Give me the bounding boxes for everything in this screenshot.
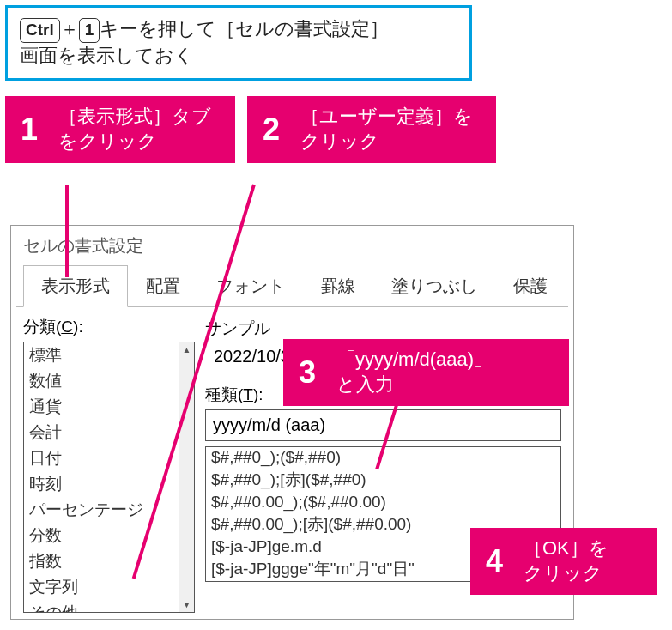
callout-3-text: 「yyyy/m/d(aaa)」 と入力	[331, 339, 506, 406]
kbd-one: 1	[79, 18, 100, 43]
tab-border[interactable]: 罫線	[303, 265, 373, 307]
category-item[interactable]: 指数	[24, 548, 194, 574]
tab-fill[interactable]: 塗りつぶし	[373, 265, 495, 307]
callout-1-number: 1	[5, 96, 53, 163]
category-item[interactable]: 会計	[24, 420, 194, 445]
callout-4-text: ［OK］を クリック	[518, 528, 622, 595]
category-item[interactable]: パーセンテージ	[24, 497, 194, 523]
scroll-down-icon[interactable]: ▼	[179, 597, 194, 612]
format-item[interactable]: $#,##0.00_);($#,##0.00)	[206, 492, 560, 512]
dialog-title: セルの書式設定	[11, 226, 573, 264]
sample-label: サンプル	[205, 318, 561, 340]
callout-2: 2 ［ユーザー定義］を クリック	[247, 96, 496, 163]
callout-4-number: 4	[470, 528, 518, 595]
category-item[interactable]: 文字列	[24, 574, 194, 600]
category-label: 分類(C):	[23, 316, 195, 338]
tab-alignment[interactable]: 配置	[128, 265, 198, 307]
category-item[interactable]: その他	[24, 600, 194, 613]
callout-1-text: ［表示形式］タブ をクリック	[53, 96, 225, 163]
category-listbox[interactable]: 標準数値通貨会計日付時刻パーセンテージ分数指数文字列その他ユーザー定義 ▲ ▼	[23, 342, 195, 613]
category-item[interactable]: 数値	[24, 368, 194, 394]
instruction-note: Ctrl＋1キーを押して［セルの書式設定］ 画面を表示しておく	[5, 5, 472, 81]
callout-4: 4 ［OK］を クリック	[470, 528, 657, 595]
callout-2-text: ［ユーザー定義］を クリック	[295, 96, 487, 163]
tab-number-format[interactable]: 表示形式	[23, 265, 128, 307]
callout-2-number: 2	[247, 96, 295, 163]
callout-3: 3 「yyyy/m/d(aaa)」 と入力	[283, 339, 569, 406]
leader-line-1	[65, 185, 69, 277]
dialog-tabs: 表示形式 配置 フォント 罫線 塗りつぶし 保護	[16, 264, 568, 307]
plus-sign: ＋	[60, 18, 79, 39]
category-item[interactable]: 分数	[24, 523, 194, 548]
callout-3-number: 3	[283, 339, 331, 406]
category-item[interactable]: 通貨	[24, 394, 194, 420]
tab-protection[interactable]: 保護	[495, 265, 566, 307]
format-type-input[interactable]	[205, 409, 561, 441]
tab-font[interactable]: フォント	[198, 265, 303, 307]
category-item[interactable]: 時刻	[24, 471, 194, 497]
format-item[interactable]: $#,##0_);[赤]($#,##0)	[206, 468, 560, 492]
callout-1: 1 ［表示形式］タブ をクリック	[5, 96, 235, 163]
scroll-up-icon[interactable]: ▲	[179, 342, 194, 357]
category-item[interactable]: 標準	[24, 342, 194, 368]
kbd-ctrl: Ctrl	[20, 18, 60, 43]
